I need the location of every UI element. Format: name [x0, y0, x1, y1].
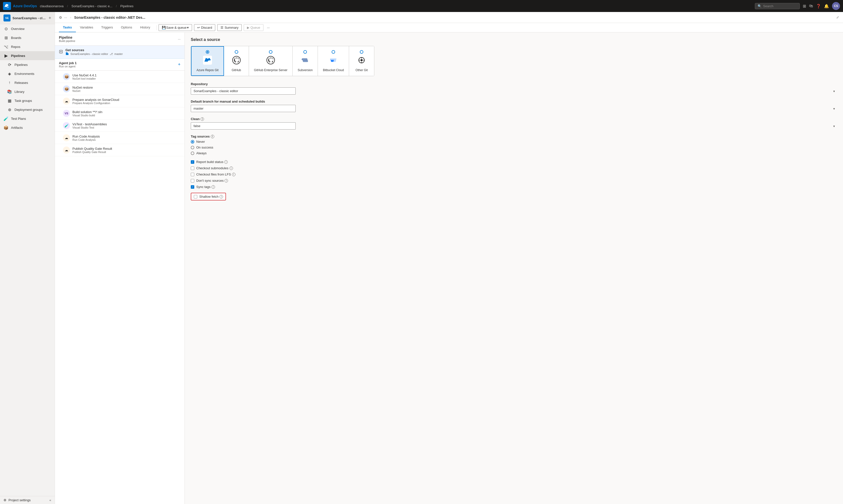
branch-group: Default branch for manual and scheduled …	[191, 100, 837, 112]
tab-variables[interactable]: Variables	[76, 23, 97, 32]
expand-icon[interactable]: ⤢	[836, 16, 839, 19]
bitbucket-icon	[329, 56, 338, 67]
checkbox-dont-sync-sources[interactable]: Don't sync sources i	[191, 179, 837, 182]
report-build-status-info[interactable]: i	[224, 160, 228, 164]
search-box[interactable]: 🔍	[755, 3, 800, 9]
tab-tasks[interactable]: Tasks	[59, 23, 76, 32]
task-publish-quality[interactable]: ☁ Publish Quality Gate Result Publish Qu…	[55, 144, 184, 156]
shopping-icon[interactable]: 🛍	[809, 4, 813, 8]
source-github-enterprise[interactable]: GitHub Enterprise Server	[249, 46, 293, 76]
section-label[interactable]: Pipelines	[120, 4, 133, 8]
avatar[interactable]: CS	[832, 2, 840, 10]
task-sonar-prepare[interactable]: ☁ Prepare analysis on SonarCloud Prepare…	[55, 95, 184, 107]
save-queue-button[interactable]: 💾 Save & queue ▾	[159, 24, 192, 31]
sidebar-label-task-groups: Task groups	[15, 99, 32, 103]
project-settings-link[interactable]: ⚙ Project settings «	[0, 496, 55, 504]
collapse-icon[interactable]: «	[50, 498, 51, 502]
org-label[interactable]: claudiasonarova	[40, 4, 64, 8]
checkbox-sync-tags[interactable]: ✓ Sync tags i	[191, 185, 837, 189]
sidebar-project[interactable]: SE SonarExamples - clas... +	[0, 12, 55, 24]
publish-quality-icon: ☁	[63, 146, 70, 154]
shallow-fetch-info-icon[interactable]: i	[219, 195, 223, 198]
source-github[interactable]: GitHub	[224, 46, 249, 76]
tab-triggers[interactable]: Triggers	[97, 23, 117, 32]
pipeline-menu-icon[interactable]: ···	[178, 37, 181, 41]
tab-history[interactable]: History	[136, 23, 154, 32]
task-vstest[interactable]: 🧪 VsTest - testAssemblies Visual Studio …	[55, 120, 184, 132]
sidebar-item-pipelines-sub[interactable]: ⟳ Pipelines	[0, 60, 55, 69]
checkout-submodules-checkbox	[191, 166, 194, 170]
tag-sources-on-success[interactable]: On success	[191, 146, 837, 149]
get-sources-branch: master	[114, 52, 123, 55]
notification-icon[interactable]: 🔔	[824, 4, 829, 8]
sync-tags-info[interactable]: i	[212, 185, 215, 189]
sidebar-item-library[interactable]: 📚 Library	[0, 87, 55, 96]
help-icon[interactable]: ❓	[816, 4, 821, 8]
get-sources-row[interactable]: Get sources SonarExamples - classic edit…	[55, 46, 184, 59]
repository-select[interactable]: SonarExamples - classic editor	[191, 87, 295, 95]
pipeline-header-icon: ⚙	[59, 16, 62, 19]
task-nuget-install[interactable]: 📦 Use NuGet 4.4.1 NuGet tool installer	[55, 71, 184, 83]
grid-icon[interactable]: ⊞	[803, 4, 806, 8]
sidebar-item-deployment-groups[interactable]: ⊛ Deployment groups	[0, 105, 55, 114]
dont-sync-sources-label: Don't sync sources i	[196, 179, 228, 182]
add-project-button[interactable]: +	[49, 16, 51, 21]
source-bitbucket-cloud[interactable]: Bitbucket Cloud	[318, 46, 349, 76]
azure-devops-logo[interactable]	[3, 2, 11, 10]
checkbox-report-build-status[interactable]: ✓ Report build status i	[191, 160, 837, 164]
source-other-git[interactable]: Other Git	[349, 46, 374, 76]
dont-sync-sources-checkbox	[191, 179, 194, 182]
branch-select[interactable]: master	[191, 105, 295, 112]
source-azure-repos-git[interactable]: Azure Repos Git	[191, 46, 224, 76]
repos-icon: ⌥	[3, 44, 8, 49]
task-run-code-analysis[interactable]: ☁ Run Code Analysis Run Code Analysis	[55, 132, 184, 144]
project-label[interactable]: SonarExamples - classic e...	[71, 4, 112, 8]
dont-sync-sources-info[interactable]: i	[225, 179, 228, 182]
task-build-solution[interactable]: VS Build solution **\*.sln Visual Studio…	[55, 107, 184, 120]
add-task-button[interactable]: +	[178, 62, 181, 67]
tag-sources-always-label: Always	[196, 151, 207, 155]
tag-sources-never[interactable]: Never	[191, 140, 837, 144]
clean-info-icon[interactable]: i	[200, 117, 204, 121]
checkbox-checkout-submodules[interactable]: Checkout submodules i	[191, 166, 837, 170]
search-input[interactable]	[763, 4, 797, 8]
checkout-lfs-info[interactable]: i	[232, 173, 235, 176]
environments-icon: ◈	[7, 71, 12, 76]
pipeline-ellipsis-button[interactable]: ···	[64, 16, 67, 19]
summary-button[interactable]: ☰ Summary	[217, 24, 242, 31]
discard-button[interactable]: ↩ Discard	[194, 24, 215, 31]
brand-label[interactable]: Azure DevOps	[13, 4, 37, 8]
sidebar-item-boards[interactable]: ⊞ Boards	[0, 33, 55, 42]
tab-options[interactable]: Options	[117, 23, 136, 32]
more-actions-button[interactable]: ···	[266, 24, 271, 31]
sidebar-item-repos[interactable]: ⌥ Repos	[0, 42, 55, 51]
queue-button[interactable]: ▶ Queue	[244, 24, 264, 31]
sidebar-item-environments[interactable]: ◈ Environments	[0, 69, 55, 78]
sidebar-item-artifacts[interactable]: 📦 Artifacts	[0, 123, 55, 132]
left-panel: Pipeline Build pipeline ··· Get sources	[55, 33, 185, 504]
sidebar-item-pipelines[interactable]: ▶ Pipelines	[0, 51, 55, 60]
vstest-icon: 🧪	[63, 122, 70, 129]
task-nuget-restore-title: NuGet restore	[72, 86, 181, 89]
source-subversion[interactable]: Subversion	[293, 46, 318, 76]
shallow-fetch-checkbox[interactable]	[194, 195, 197, 198]
sidebar-item-overview[interactable]: ⊙ Overview	[0, 24, 55, 33]
right-panel: Select a source Azure Repos Git	[185, 33, 843, 504]
task-nuget-restore[interactable]: 📦 NuGet restore NuGet	[55, 83, 184, 95]
checkbox-group: ✓ Report build status i Checkout submodu…	[191, 160, 837, 189]
task-publish-quality-title: Publish Quality Gate Result	[72, 147, 181, 150]
clean-group: Clean i false true ▾	[191, 117, 837, 129]
tag-sources-info-icon[interactable]: i	[211, 135, 214, 138]
sidebar-item-test-plans[interactable]: 🧪 Test Plans	[0, 114, 55, 123]
project-name: SonarExamples - clas...	[13, 16, 47, 20]
svg-point-2	[232, 56, 240, 64]
checkout-submodules-info[interactable]: i	[230, 166, 233, 170]
sidebar-item-task-groups[interactable]: ▦ Task groups	[0, 96, 55, 105]
clean-select[interactable]: false true	[191, 122, 295, 129]
task-publish-quality-sub: Publish Quality Gate Result	[72, 150, 181, 154]
tag-sources-always[interactable]: Always	[191, 151, 837, 155]
releases-icon: ↑	[7, 80, 12, 85]
checkbox-checkout-lfs[interactable]: Checkout files from LFS i	[191, 173, 837, 176]
sidebar-label-boards: Boards	[11, 36, 21, 40]
sidebar-item-releases[interactable]: ↑ Releases	[0, 78, 55, 87]
